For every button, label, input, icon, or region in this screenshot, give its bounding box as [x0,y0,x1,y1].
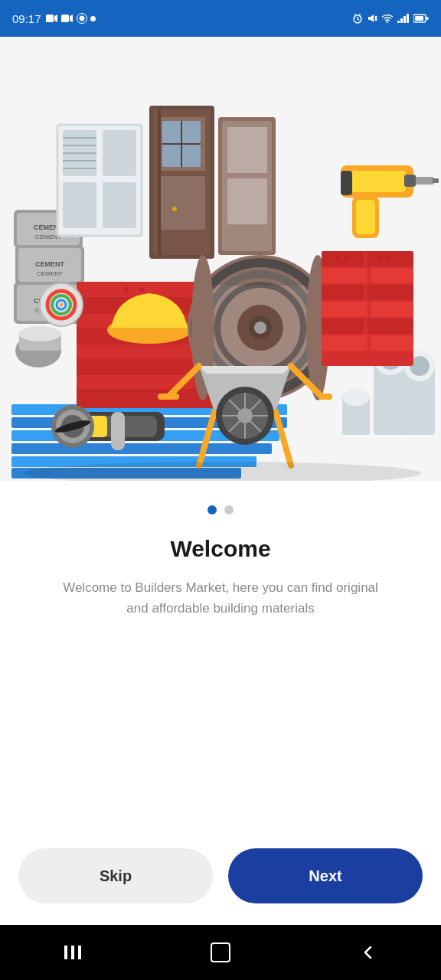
svg-rect-63 [63,182,96,228]
bottom-buttons: Skip Next [0,836,441,925]
welcome-description: Welcome to Builders Market, here you can… [52,577,389,619]
svg-point-155 [335,257,339,261]
notification-dot [90,16,96,21]
svg-rect-153 [322,335,368,351]
svg-point-156 [345,257,349,261]
svg-rect-48 [84,360,161,374]
main-content: CEMENT CEMENT CEMENT CEMENT CEMENT CEMEN… [0,37,441,925]
svg-marker-1 [54,15,57,22]
svg-rect-154 [371,335,413,351]
svg-rect-89 [404,175,416,187]
svg-rect-151 [322,318,364,334]
svg-point-98 [60,303,63,306]
svg-rect-62 [103,130,136,176]
svg-point-107 [254,322,266,334]
svg-rect-130 [111,412,125,450]
svg-point-78 [172,207,177,211]
mute-icon [367,13,377,24]
svg-rect-90 [341,171,352,195]
svg-rect-88 [433,178,439,183]
svg-rect-74 [158,109,161,255]
window-frame [57,125,142,236]
svg-point-54 [139,287,144,292]
battery-icon [413,14,429,23]
hero-image-container: CEMENT CEMENT CEMENT CEMENT CEMENT CEMEN… [0,37,441,481]
brick-wall-right [322,251,413,366]
svg-rect-149 [322,302,368,317]
text-content: Welcome Welcome to Builders Market, here… [0,536,441,836]
svg-rect-143 [322,251,364,266]
wifi-icon [381,14,394,23]
video2-icon [61,14,74,23]
status-icons-left [46,13,96,24]
svg-rect-25 [11,443,272,454]
status-bar: 09:17 [0,0,441,37]
svg-rect-84 [348,171,406,192]
pagination-dots [0,505,441,514]
svg-point-157 [377,257,381,261]
svg-rect-73 [158,176,205,230]
svg-rect-15 [400,18,403,23]
door-frames [149,106,276,259]
svg-rect-81 [227,127,267,173]
svg-rect-64 [103,182,136,228]
svg-line-7 [358,19,359,21]
svg-point-158 [387,257,391,261]
status-time: 09:17 [12,12,41,25]
svg-rect-148 [368,285,413,300]
svg-rect-19 [415,16,423,21]
svg-rect-14 [397,21,400,23]
back-icon[interactable] [360,944,377,961]
svg-rect-51 [84,390,161,404]
alarm-icon [352,13,363,24]
svg-rect-17 [407,14,409,23]
svg-rect-20 [426,17,429,20]
welcome-title: Welcome [170,536,270,562]
svg-rect-146 [371,268,413,283]
svg-rect-152 [368,318,413,334]
construction-scene-svg: CEMENT CEMENT CEMENT CEMENT CEMENT CEMEN… [0,37,441,481]
svg-text:CEMENT: CEMENT [37,270,63,277]
svg-point-13 [387,21,388,23]
svg-rect-82 [227,178,267,224]
svg-rect-147 [322,285,364,300]
signal-icon [397,14,410,23]
svg-point-53 [124,287,129,292]
next-button[interactable]: Next [228,848,423,903]
pagination-dot-1[interactable] [207,505,217,514]
status-bar-right [352,13,429,24]
status-bar-left: 09:17 [12,12,96,25]
pagination-dot-2[interactable] [224,505,234,514]
svg-rect-86 [356,200,375,234]
svg-rect-145 [322,268,368,283]
nav-bar [0,925,441,980]
svg-rect-16 [403,16,406,23]
svg-text:CEMENT: CEMENT [35,260,65,268]
video-icon [46,14,58,23]
home-icon[interactable] [211,942,230,962]
svg-rect-58 [111,328,188,335]
svg-rect-2 [61,15,69,22]
svg-point-141 [342,387,370,406]
svg-rect-150 [371,302,413,317]
recent-apps-icon[interactable] [64,946,81,959]
skip-button[interactable]: Skip [18,848,213,903]
svg-rect-0 [46,15,54,22]
svg-marker-10 [368,15,374,22]
whatsapp-icon [77,13,87,24]
svg-marker-3 [70,15,73,22]
svg-point-93 [18,326,61,341]
